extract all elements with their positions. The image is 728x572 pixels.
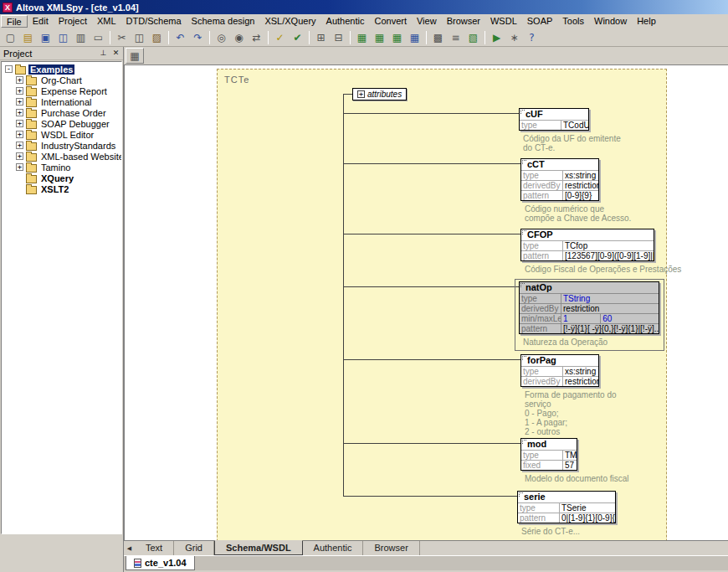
find-next-icon[interactable]: ◉ <box>230 29 248 46</box>
tree-item-tamino[interactable]: +Tamino <box>2 162 121 173</box>
tab-browser[interactable]: Browser <box>363 541 419 555</box>
display-all-globals-icon[interactable]: ▦ <box>126 48 144 64</box>
tab-schema-wsdl[interactable]: Schema/WSDL <box>214 540 303 555</box>
close-icon[interactable]: ✕ <box>110 48 121 59</box>
tab-text[interactable]: Text <box>135 541 174 555</box>
element-box-cUF[interactable]: cUFtypeTCodUfIBGE <box>519 108 589 131</box>
expand-all-icon[interactable]: ⊞ <box>312 29 330 46</box>
expand-expander-icon[interactable]: + <box>16 76 23 84</box>
connector-line <box>343 443 520 444</box>
options-icon[interactable]: ∗ <box>505 29 523 46</box>
open-file-icon[interactable]: ▤ <box>19 29 37 46</box>
element-annotation: Código da UF do emitentedo CT-e. <box>523 134 621 152</box>
facet-row-pattern: pattern[0-9]{9} <box>521 190 598 200</box>
help-icon[interactable]: ? <box>523 29 541 46</box>
expand-expander-icon[interactable]: + <box>16 131 23 138</box>
grid-view-icon[interactable]: ▩ <box>429 29 447 46</box>
tree-item-xquery[interactable]: XQuery <box>2 173 121 183</box>
expand-expander-icon[interactable]: + <box>16 87 23 95</box>
tree-item-label: Tamino <box>39 162 72 173</box>
menu-file[interactable]: File <box>1 15 28 28</box>
insert-column-icon[interactable]: ▦ <box>388 29 406 46</box>
folder-icon <box>26 99 37 107</box>
facet-label: type <box>518 503 560 513</box>
save-icon[interactable]: ▣ <box>37 29 54 46</box>
table-view-icon[interactable]: ▦ <box>406 29 423 46</box>
copy-icon[interactable]: ◫ <box>131 29 148 46</box>
find-icon[interactable]: ◎ <box>213 29 230 46</box>
menu-wsdl[interactable]: WSDL <box>485 15 522 28</box>
menu-window[interactable]: Window <box>589 15 632 28</box>
tree-item-soap-debugger[interactable]: +SOAP Debugger <box>2 118 121 129</box>
element-box-natOp[interactable]: natOptypeTStringderivedByrestrictionmin/… <box>519 281 659 334</box>
tree-item-xml-based-website[interactable]: +XML-based Website <box>2 151 121 162</box>
menu-browser[interactable]: Browser <box>442 15 485 28</box>
schema-design-view-icon[interactable]: ▧ <box>464 29 482 46</box>
element-box-serie[interactable]: serietypeTSeriepattern0|[1-9]{1}[0-9]{0,… <box>517 491 616 523</box>
tab-scroll-left-icon[interactable]: ◀ <box>124 541 135 555</box>
tree-item-xslt2[interactable]: XSLT2 <box>2 183 121 194</box>
menu-soap[interactable]: SOAP <box>522 15 558 28</box>
validate-icon[interactable]: ✔ <box>289 29 306 46</box>
expand-expander-icon[interactable]: + <box>16 142 23 149</box>
document-icon <box>134 559 141 568</box>
menu-edit[interactable]: Edit <box>28 15 54 28</box>
menu-view[interactable]: View <box>412 15 442 28</box>
plus-icon[interactable]: + <box>357 90 365 98</box>
folder-icon <box>26 131 37 140</box>
element-annotation: Série do CT-e... <box>521 527 580 536</box>
menu-tools[interactable]: Tools <box>557 15 589 28</box>
new-file-icon[interactable]: ▢ <box>2 29 19 46</box>
tree-item-label: IndustryStandards <box>39 141 117 151</box>
menu-help[interactable]: Help <box>632 15 661 28</box>
facet-value: 57 <box>563 461 577 470</box>
menu-xsl-xquery[interactable]: XSL/XQuery <box>259 15 320 28</box>
cut-icon[interactable]: ✂ <box>113 29 131 46</box>
folder-icon <box>26 153 37 162</box>
print-icon[interactable]: ▥ <box>72 29 90 46</box>
tab-authentic[interactable]: Authentic <box>303 541 364 555</box>
pin-icon[interactable]: ⊥ <box>98 48 109 59</box>
insert-row-icon[interactable]: ▦ <box>353 29 371 46</box>
menu-schema-design[interactable]: Schema design <box>187 15 260 28</box>
tree-item-purchase-order[interactable]: +Purchase Order <box>2 107 121 118</box>
expand-expander-icon[interactable]: + <box>16 109 23 116</box>
menu-authentic[interactable]: Authentic <box>321 15 370 28</box>
xsl-transform-icon[interactable]: ▶ <box>488 29 505 46</box>
collapse-expander-icon[interactable]: - <box>5 65 13 73</box>
tab-grid[interactable]: Grid <box>174 541 214 555</box>
element-box-CFOP[interactable]: CFOPtypeTCfoppattern[123567][0-9]([0-9][… <box>520 229 654 261</box>
save-all-icon[interactable]: ◫ <box>54 29 72 46</box>
file-tab[interactable]: cte_v1.04 <box>126 556 195 570</box>
menu-project[interactable]: Project <box>54 15 92 28</box>
expand-expander-icon[interactable]: + <box>16 163 23 171</box>
facet-row-type: typexs:string <box>521 170 598 180</box>
paste-icon[interactable]: ▨ <box>148 29 166 46</box>
check-well-formed-icon[interactable]: ✓ <box>271 29 289 46</box>
tree-item-examples[interactable]: -Examples <box>2 64 121 75</box>
expand-expander-icon[interactable]: + <box>16 152 23 160</box>
element-box-forPag[interactable]: forPagtypexs:stringderivedByrestriction <box>520 354 599 387</box>
expand-expander-icon[interactable]: + <box>16 98 23 106</box>
text-view-icon[interactable]: ≡ <box>447 29 464 46</box>
attributes-button[interactable]: +attributes <box>352 88 407 100</box>
element-box-mod[interactable]: modtypeTModCTfixed57 <box>520 438 577 471</box>
undo-icon[interactable]: ↶ <box>172 29 189 46</box>
replace-icon[interactable]: ⇄ <box>248 29 265 46</box>
tree-item-international[interactable]: +International <box>2 96 121 107</box>
expand-expander-icon[interactable]: + <box>16 120 23 127</box>
collapse-all-icon[interactable]: ⊟ <box>330 29 347 46</box>
tree-item-org-chart[interactable]: +Org-Chart <box>2 75 121 85</box>
menu-convert[interactable]: Convert <box>369 15 412 28</box>
folder-icon <box>26 77 37 85</box>
tree-item-wsdl-editor[interactable]: +WSDL Editor <box>2 129 121 140</box>
element-box-cCT[interactable]: cCTtypexs:stringderivedByrestrictionpatt… <box>520 158 599 201</box>
append-row-icon[interactable]: ▦ <box>371 29 388 46</box>
toolbar-separator <box>110 31 110 44</box>
redo-icon[interactable]: ↷ <box>189 29 207 46</box>
tree-item-industrystandards[interactable]: +IndustryStandards <box>2 140 121 151</box>
menu-dtd-schema[interactable]: DTD/Schema <box>121 15 187 28</box>
print-preview-icon[interactable]: ▭ <box>90 29 107 46</box>
tree-item-expense-report[interactable]: +Expense Report <box>2 85 121 96</box>
menu-xml[interactable]: XML <box>92 15 121 28</box>
